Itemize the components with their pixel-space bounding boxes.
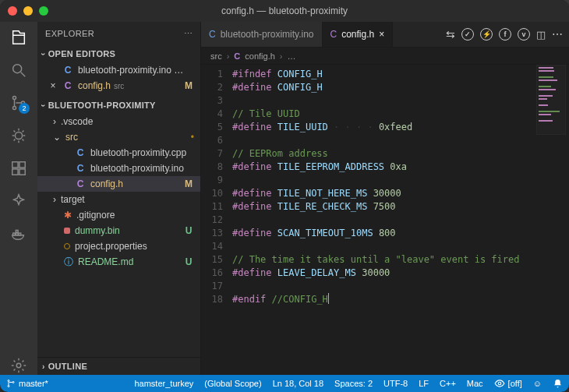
vcs-status: U bbox=[183, 256, 194, 267]
sidebar-heading: EXPLORER ⋯ bbox=[37, 22, 200, 45]
zoom-window[interactable] bbox=[39, 6, 48, 16]
svg-point-1 bbox=[12, 97, 16, 100]
file-name: src bbox=[65, 132, 186, 143]
sidebar-title: EXPLORER bbox=[45, 29, 94, 38]
app-window: config.h — bluetooth-proximity 2 bbox=[0, 0, 569, 392]
chevron-icon: ⌄ bbox=[53, 132, 61, 143]
editor-tab[interactable]: Cbluetooth-proximity.ino bbox=[201, 22, 323, 47]
explorer-icon[interactable] bbox=[9, 28, 28, 47]
info-icon: ⓘ bbox=[64, 256, 73, 269]
close-icon[interactable]: × bbox=[48, 80, 58, 91]
breadcrumb-folder[interactable]: src bbox=[210, 51, 222, 61]
properties-icon bbox=[64, 243, 70, 249]
tree-item[interactable]: Cbluetooth-proximity.ino bbox=[37, 161, 200, 176]
close-window[interactable] bbox=[8, 6, 17, 16]
chevron-down-icon: › bbox=[39, 104, 48, 107]
open-editors-title[interactable]: › OPEN EDITORS bbox=[37, 47, 200, 61]
settings-icon[interactable] bbox=[9, 356, 28, 375]
svg-rect-7 bbox=[12, 169, 18, 175]
status-eol[interactable]: LF bbox=[419, 379, 429, 388]
svg-rect-6 bbox=[19, 162, 25, 168]
close-icon[interactable]: × bbox=[379, 29, 384, 40]
search-icon[interactable] bbox=[9, 61, 28, 79]
project-section: › BLUETOOTH-PROXIMITY ›.vscode⌄src•Cblue… bbox=[37, 97, 200, 357]
status-global[interactable]: (Global Scope) bbox=[204, 379, 261, 388]
sparkle-icon[interactable] bbox=[9, 192, 28, 210]
svg-rect-5 bbox=[12, 162, 18, 168]
tree-item[interactable]: ⓘREADME.mdU bbox=[37, 254, 200, 270]
sidebar-more-icon[interactable]: ⋯ bbox=[184, 29, 193, 39]
outline-title[interactable]: › OUTLINE bbox=[37, 359, 200, 373]
chevron-right-icon: › bbox=[42, 362, 45, 371]
tree-item[interactable]: Cbluetooth-proximity.cpp bbox=[37, 145, 200, 161]
vcs-status: M bbox=[183, 178, 194, 189]
editor-tab[interactable]: Cconfig.h× bbox=[323, 22, 394, 47]
outline-section: › OUTLINE bbox=[37, 357, 200, 375]
file-type-icon: C bbox=[234, 51, 240, 61]
tree-item[interactable]: ✱.gitignore bbox=[37, 207, 200, 223]
status-bar: master* hamster_turkey (Global Scope) Ln… bbox=[0, 375, 569, 392]
status-feedback[interactable]: ☺ bbox=[533, 379, 542, 388]
file-name: bluetooth-proximity.cpp bbox=[90, 147, 194, 158]
file-name: bluetooth-proximity.ino … bbox=[78, 65, 194, 76]
file-type-icon: C bbox=[75, 147, 86, 158]
action-check-icon[interactable]: ✓ bbox=[461, 28, 474, 41]
status-language[interactable]: C++ bbox=[440, 379, 456, 388]
docker-icon[interactable] bbox=[9, 224, 28, 243]
chevron-icon: › bbox=[53, 194, 56, 205]
svg-rect-8 bbox=[19, 169, 25, 175]
window-controls bbox=[8, 6, 48, 16]
tree-item[interactable]: ›.vscode bbox=[37, 114, 200, 129]
file-name: .gitignore bbox=[76, 210, 194, 221]
tab-label: bluetooth-proximity.ino bbox=[221, 29, 314, 40]
tree-item[interactable]: project.properties bbox=[37, 238, 200, 254]
breadcrumbs[interactable]: src › C config.h › … bbox=[201, 48, 569, 65]
action-f-icon[interactable]: f bbox=[499, 28, 511, 41]
git-branch[interactable]: master* bbox=[6, 379, 48, 388]
status-bell[interactable] bbox=[553, 379, 563, 389]
status-scope[interactable]: hamster_turkey bbox=[134, 379, 193, 388]
status-spaces[interactable]: Spaces: 2 bbox=[334, 379, 373, 388]
chevron-right-icon: › bbox=[227, 51, 230, 61]
file-name: config.h bbox=[90, 178, 178, 189]
minimap[interactable] bbox=[536, 65, 566, 135]
tab-label: config.h bbox=[341, 29, 374, 40]
debug-icon[interactable] bbox=[9, 126, 28, 145]
open-editor-item[interactable]: ×Cconfig.hsrcM bbox=[37, 78, 200, 94]
file-name: README.md bbox=[78, 256, 178, 267]
svg-point-17 bbox=[498, 382, 501, 385]
open-editors-section: › OPEN EDITORS Cbluetooth-proximity.ino … bbox=[37, 45, 200, 97]
tab-actions: ⇆ ✓ ⚡ f v ◫ ⋯ bbox=[440, 22, 569, 47]
action-v-icon[interactable]: v bbox=[518, 28, 530, 41]
tree-item[interactable]: ›target bbox=[37, 192, 200, 207]
tree-item[interactable]: dummy.binU bbox=[37, 223, 200, 238]
file-name: dummy.bin bbox=[75, 225, 178, 236]
breadcrumb-more[interactable]: … bbox=[288, 51, 296, 61]
svg-point-0 bbox=[13, 65, 22, 73]
svg-point-13 bbox=[16, 363, 21, 368]
extensions-icon[interactable] bbox=[9, 159, 28, 178]
vcs-status: M bbox=[183, 80, 194, 91]
minimize-window[interactable] bbox=[23, 6, 33, 16]
code-content[interactable]: #ifndef CONFIG_H#define CONFIG_H // Tile… bbox=[229, 65, 569, 375]
action-flash-icon[interactable]: ⚡ bbox=[480, 28, 493, 41]
tree-item[interactable]: ⌄src• bbox=[37, 129, 200, 145]
modified-dot-icon: • bbox=[191, 132, 194, 143]
file-name: bluetooth-proximity.ino bbox=[90, 163, 194, 174]
project-title[interactable]: › BLUETOOTH-PROXIMITY bbox=[37, 98, 200, 112]
code-editor[interactable]: 123456789101112131415161718 #ifndef CONF… bbox=[201, 65, 569, 375]
open-editor-item[interactable]: Cbluetooth-proximity.ino … bbox=[37, 62, 200, 78]
tree-item[interactable]: Cconfig.hM bbox=[37, 176, 200, 192]
compare-icon[interactable]: ⇆ bbox=[446, 28, 455, 41]
source-control-icon[interactable]: 2 bbox=[9, 94, 28, 112]
status-os[interactable]: Mac bbox=[467, 379, 483, 388]
status-encoding[interactable]: UTF-8 bbox=[383, 379, 408, 388]
file-name: target bbox=[61, 194, 194, 205]
binary-icon bbox=[64, 228, 70, 234]
split-editor-icon[interactable]: ◫ bbox=[536, 29, 546, 41]
breadcrumb-file[interactable]: config.h bbox=[245, 51, 275, 61]
status-eye[interactable]: [off] bbox=[494, 378, 522, 389]
more-icon[interactable]: ⋯ bbox=[552, 28, 563, 41]
status-position[interactable]: Ln 18, Col 18 bbox=[273, 379, 323, 388]
file-type-icon: C bbox=[75, 163, 86, 174]
